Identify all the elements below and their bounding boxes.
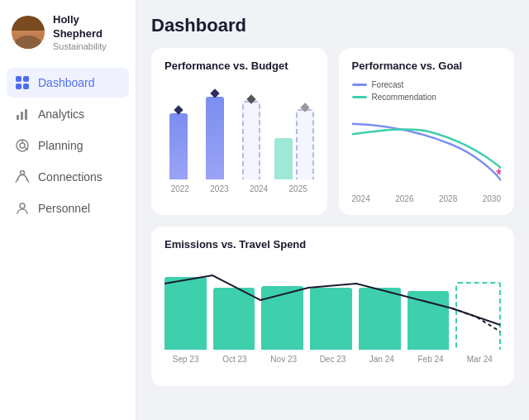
sidebar-item-connections[interactable]: Connections <box>7 162 129 192</box>
pvg-card: Performance vs. Goal Forecast Recommenda… <box>339 48 515 215</box>
pvb-group-2024 <box>237 101 265 179</box>
svg-point-8 <box>20 143 25 148</box>
sidebar-label-personnel: Personnel <box>38 202 90 215</box>
em-label-jan24: Jan 24 <box>360 355 403 364</box>
bar-dashed-2024 <box>242 101 260 179</box>
pvg-chart: Forecast Recommendation ★ <box>352 80 502 203</box>
nav-items: Dashboard Analytics <box>0 68 136 223</box>
emissions-x-labels: Sep 23 Oct 23 Nov 23 Dec 23 Jan 24 Feb 2… <box>164 355 501 364</box>
sidebar-label-connections: Connections <box>38 170 102 184</box>
pvg-label-2026: 2026 <box>395 194 413 203</box>
diamond-2023 <box>211 88 220 98</box>
top-charts-row: Performance vs. Budget <box>151 48 514 215</box>
pvb-bars <box>164 80 314 179</box>
sidebar-item-planning[interactable]: Planning <box>7 131 129 160</box>
personnel-icon <box>15 201 30 216</box>
em-label-sep23: Sep 23 <box>164 355 207 364</box>
bar-solid-2022 <box>169 113 188 179</box>
sidebar-item-personnel[interactable]: Personnel <box>7 193 129 223</box>
pvb-bar-wrap-2025 <box>274 109 314 179</box>
sidebar: Holly Shepherd Sustainability Dashboard <box>0 0 136 420</box>
user-name: Holly Shepherd <box>53 13 124 41</box>
legend-line-forecast <box>352 84 367 86</box>
legend-recommendation: Recommendation <box>352 93 502 102</box>
pvb-group-2025 <box>274 109 314 179</box>
pvb-group-2022 <box>164 113 193 179</box>
legend-line-recommendation <box>352 96 367 98</box>
svg-rect-6 <box>25 109 27 120</box>
sidebar-label-planning: Planning <box>38 139 83 152</box>
pvg-svg-wrap: ★ <box>352 108 502 191</box>
pvb-card: Performance vs. Budget <box>151 48 327 215</box>
pvb-label-2022: 2022 <box>164 184 196 193</box>
sidebar-item-analytics[interactable]: Analytics <box>7 99 129 129</box>
em-label-feb24: Feb 24 <box>409 355 451 364</box>
legend-label-forecast: Forecast <box>372 80 404 89</box>
svg-rect-0 <box>16 76 21 82</box>
sidebar-item-dashboard[interactable]: Dashboard <box>7 68 129 98</box>
page-title: Dashboard <box>151 15 514 36</box>
pvg-title: Performance vs. Goal <box>352 60 502 72</box>
pvg-label-2024: 2024 <box>352 194 370 203</box>
pvb-label-2023: 2023 <box>204 184 236 193</box>
svg-rect-2 <box>16 84 21 89</box>
svg-rect-3 <box>23 84 29 89</box>
emissions-card: Emissions vs. Travel Spend Sep 23 Oct <box>151 227 514 386</box>
sidebar-label-analytics: Analytics <box>38 107 84 121</box>
diamond-2024 <box>247 94 256 103</box>
avatar <box>12 16 45 49</box>
svg-point-12 <box>20 203 25 208</box>
pvb-label-2024: 2024 <box>243 184 274 193</box>
user-profile: Holly Shepherd Sustainability <box>0 13 136 68</box>
pvb-x-labels: 2022 2023 2024 2025 <box>164 184 314 193</box>
pvb-label-2025: 2025 <box>283 184 314 193</box>
svg-rect-5 <box>21 112 23 120</box>
pvb-group-2023 <box>201 97 229 179</box>
bar-teal-2025 <box>274 138 293 179</box>
pvg-label-2028: 2028 <box>439 194 457 203</box>
legend-label-recommendation: Recommendation <box>372 93 436 102</box>
em-label-mar24: Mar 24 <box>459 355 501 364</box>
pvg-legend: Forecast Recommendation <box>352 80 502 102</box>
bar-dashed-2025 <box>296 109 314 179</box>
pvb-bar-wrap-2023 <box>206 97 224 179</box>
pvg-x-labels: 2024 2026 2028 2030 <box>352 194 502 203</box>
emissions-title: Emissions vs. Travel Spend <box>164 238 501 251</box>
diamond-2022 <box>174 105 183 114</box>
user-info: Holly Shepherd Sustainability <box>53 13 124 51</box>
user-role: Sustainability <box>53 41 124 51</box>
connections-icon <box>15 169 30 184</box>
svg-point-11 <box>21 170 25 174</box>
pvg-label-2030: 2030 <box>483 194 501 203</box>
bar-solid-2023 <box>206 97 224 179</box>
emissions-line-svg <box>164 259 501 350</box>
pvb-bar-wrap-2024 <box>242 101 260 179</box>
pvg-svg: ★ <box>352 108 502 191</box>
em-label-oct23: Oct 23 <box>213 355 255 364</box>
dashboard-icon <box>15 75 30 90</box>
legend-forecast: Forecast <box>352 80 502 89</box>
svg-rect-4 <box>17 115 19 120</box>
svg-text:★: ★ <box>495 166 501 177</box>
diamond-2025 <box>300 103 309 112</box>
pvb-title: Performance vs. Budget <box>164 60 314 72</box>
main-content: Dashboard Performance vs. Budget <box>136 0 529 420</box>
em-label-dec23: Dec 23 <box>312 355 354 364</box>
pvb-chart: 2022 2023 2024 2025 <box>164 80 314 193</box>
planning-icon <box>15 138 30 153</box>
em-label-nov23: Nov 23 <box>263 355 305 364</box>
pvb-bar-wrap-2022 <box>169 113 188 179</box>
emissions-chart: Sep 23 Oct 23 Nov 23 Dec 23 Jan 24 Feb 2… <box>164 259 501 375</box>
svg-rect-1 <box>23 76 29 82</box>
analytics-icon <box>15 107 30 122</box>
sidebar-label-dashboard: Dashboard <box>38 76 95 89</box>
